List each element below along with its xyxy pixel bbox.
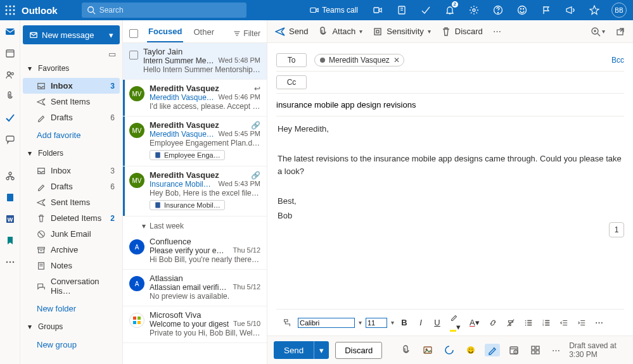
- italic-button[interactable]: I: [414, 317, 427, 329]
- more-fmt-icon[interactable]: ⋯: [592, 317, 606, 329]
- sensitivity-cmd-button[interactable]: Sensitivity▾: [373, 27, 431, 37]
- attach-tool-icon[interactable]: [399, 344, 414, 356]
- yammer-rail-icon[interactable]: [4, 133, 16, 146]
- todo-rail-icon[interactable]: [4, 111, 16, 124]
- mail-rail-icon[interactable]: [4, 25, 16, 38]
- numbering-icon[interactable]: 123: [539, 317, 553, 329]
- nav-item-sent-items[interactable]: Sent Items: [23, 194, 120, 210]
- bookmark-rail-icon[interactable]: [4, 234, 16, 247]
- message-body[interactable]: Hey Meredith, The latest revisions to th…: [276, 116, 624, 309]
- message-item[interactable]: AAtlassianAtlassian email verificat…Thu …: [123, 270, 267, 306]
- people-rail-icon[interactable]: [4, 68, 16, 81]
- attach-cmd-button[interactable]: Attach▾: [318, 27, 362, 37]
- image-tool-icon[interactable]: [420, 344, 435, 356]
- bcc-link[interactable]: Bcc: [611, 56, 624, 65]
- task-icon[interactable]: [416, 0, 435, 20]
- subject-input[interactable]: [276, 100, 624, 110]
- org-rail-icon[interactable]: [4, 170, 16, 182]
- editor-tool-icon[interactable]: [485, 344, 500, 356]
- meet-now-icon[interactable]: [368, 0, 387, 20]
- user-avatar[interactable]: BB: [611, 3, 627, 18]
- highlight-button[interactable]: ▾: [447, 312, 463, 333]
- flag-icon[interactable]: [537, 0, 556, 20]
- message-item[interactable]: MVMeredith Vasquez🔗Insurance Mobile …Wed…: [123, 166, 267, 217]
- recipient-chip[interactable]: Meredith Vasquez✕: [314, 54, 404, 66]
- message-checkbox[interactable]: [129, 51, 138, 60]
- format-painter-icon[interactable]: [280, 317, 294, 329]
- megaphone-icon[interactable]: [561, 0, 580, 20]
- bullets-icon[interactable]: [521, 317, 535, 329]
- nav-item-notes[interactable]: Notes: [23, 258, 120, 273]
- suggestion-count-badge[interactable]: 1: [609, 222, 624, 237]
- files-rail-icon[interactable]: [4, 90, 16, 103]
- waffle-icon[interactable]: [4, 4, 16, 16]
- message-item[interactable]: AConfluencePlease verify your email…Thu …: [123, 233, 267, 270]
- tab-other[interactable]: Other: [192, 25, 215, 42]
- premium-icon[interactable]: [585, 0, 604, 20]
- group-header[interactable]: ▾Last week: [123, 217, 267, 233]
- nav-item-conversation-his-[interactable]: Conversation His…: [23, 273, 120, 299]
- nav-item-archive[interactable]: Archive: [23, 242, 120, 258]
- send-cmd-button[interactable]: Send: [275, 27, 308, 37]
- notes-icon[interactable]: [392, 0, 411, 20]
- more-apps-icon[interactable]: [4, 256, 16, 268]
- outdent-icon[interactable]: [557, 317, 571, 329]
- font-select[interactable]: [298, 318, 355, 328]
- folders-section[interactable]: ▾Folders: [23, 145, 120, 161]
- bell-icon[interactable]: 2: [440, 0, 459, 20]
- scheduling-tool-icon[interactable]: [506, 344, 521, 356]
- nav-item-inbox[interactable]: Inbox3: [23, 163, 120, 179]
- send-split-icon[interactable]: ▾: [314, 341, 329, 359]
- new-group-link[interactable]: New group: [23, 336, 120, 353]
- apps-tool-icon[interactable]: [528, 344, 543, 356]
- font-color-button[interactable]: A▾: [467, 317, 482, 329]
- collapse-nav-icon[interactable]: ▭: [108, 49, 116, 59]
- nav-item-junk-email[interactable]: Junk Email: [23, 226, 120, 242]
- word-rail-icon[interactable]: W: [4, 213, 16, 225]
- discard-cmd-button[interactable]: Discard: [441, 27, 483, 37]
- popout-cmd-icon[interactable]: [615, 27, 625, 37]
- nav-item-drafts[interactable]: Drafts6: [23, 110, 120, 125]
- favorites-section[interactable]: ▾Favorites: [23, 60, 120, 77]
- nav-item-deleted-items[interactable]: Deleted Items2: [23, 210, 120, 226]
- more-cmd-icon[interactable]: ⋯: [493, 27, 501, 36]
- discard-button[interactable]: Discard: [335, 342, 382, 359]
- search-input[interactable]: [99, 6, 241, 15]
- attachment-chip[interactable]: Employee Enga…: [150, 150, 225, 160]
- more-tool-icon[interactable]: ⋯: [549, 344, 563, 356]
- underline-button[interactable]: U: [431, 317, 444, 329]
- indent-icon[interactable]: [575, 317, 589, 329]
- attachment-chip[interactable]: Insurance Mobil…: [150, 200, 225, 210]
- filter-button[interactable]: Filter: [233, 29, 260, 38]
- cc-button[interactable]: Cc: [276, 75, 307, 89]
- message-item[interactable]: MVMeredith Vasquez🔗Meredith Vasquez …Wed…: [123, 116, 267, 166]
- feedback-icon[interactable]: [513, 0, 532, 20]
- new-folder-link[interactable]: New folder: [23, 300, 120, 317]
- bold-button[interactable]: B: [398, 317, 411, 329]
- to-button[interactable]: To: [276, 53, 307, 67]
- message-item[interactable]: Taylor JainIntern Summer Men…Wed 5:48 PM…: [123, 43, 267, 80]
- remove-chip-icon[interactable]: ✕: [393, 56, 400, 65]
- settings-icon[interactable]: [464, 0, 483, 20]
- font-size-select[interactable]: [366, 318, 387, 328]
- help-icon[interactable]: [489, 0, 508, 20]
- calendar-rail-icon[interactable]: [4, 47, 16, 60]
- bookings-rail-icon[interactable]: [4, 191, 16, 204]
- message-item[interactable]: MVMeredith Vasquez↩Meredith Vasquez …Wed…: [123, 80, 267, 116]
- message-item[interactable]: Microsoft VivaWelcome to your digestTue …: [123, 306, 267, 343]
- emoji-tool-icon[interactable]: [463, 344, 478, 356]
- nav-item-drafts[interactable]: Drafts6: [23, 179, 120, 194]
- groups-section[interactable]: ▾Groups: [23, 318, 120, 335]
- link-fmt-icon[interactable]: [486, 317, 500, 329]
- add-favorite-link[interactable]: Add favorite: [23, 127, 120, 144]
- zoom-cmd-icon[interactable]: ▾: [591, 27, 605, 37]
- send-button[interactable]: Send▾: [274, 341, 329, 359]
- new-message-button[interactable]: New message ▾: [23, 25, 120, 44]
- search-box[interactable]: [82, 3, 246, 18]
- loop-tool-icon[interactable]: [442, 344, 457, 356]
- nav-item-sent-items[interactable]: Sent Items: [23, 94, 120, 110]
- teams-call-button[interactable]: Teams call: [305, 6, 363, 15]
- clear-fmt-icon[interactable]: [504, 317, 518, 329]
- tab-focused[interactable]: Focused: [147, 24, 183, 42]
- nav-item-inbox[interactable]: Inbox3: [23, 78, 120, 94]
